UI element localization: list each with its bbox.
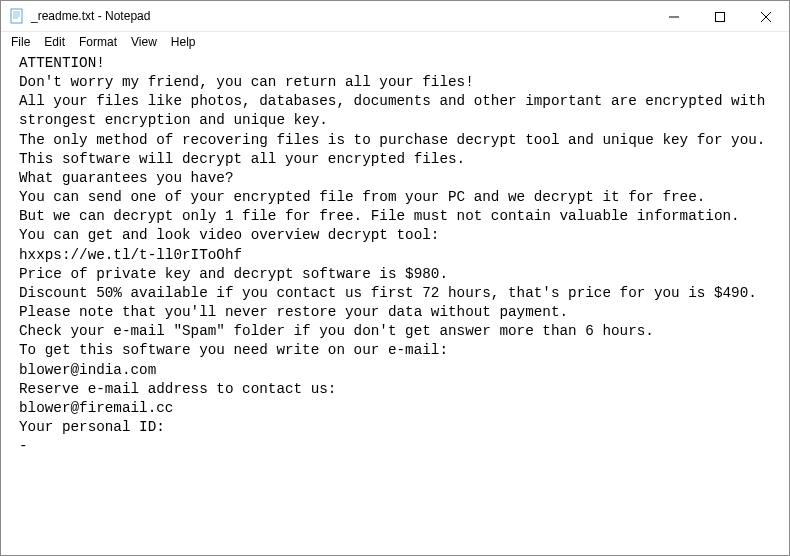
close-button[interactable]: [743, 1, 789, 32]
titlebar-left: _readme.txt - Notepad: [1, 8, 150, 24]
menu-file[interactable]: File: [5, 34, 36, 50]
window-title: _readme.txt - Notepad: [31, 9, 150, 23]
document-text[interactable]: ATTENTION! Don't worry my friend, you ca…: [15, 52, 779, 458]
menu-view[interactable]: View: [125, 34, 163, 50]
menu-help[interactable]: Help: [165, 34, 202, 50]
close-icon: [761, 12, 771, 22]
menu-edit[interactable]: Edit: [38, 34, 71, 50]
window-controls: [651, 1, 789, 31]
notepad-icon: [9, 8, 25, 24]
maximize-icon: [715, 12, 725, 22]
minimize-button[interactable]: [651, 1, 697, 32]
titlebar: _readme.txt - Notepad: [1, 1, 789, 32]
maximize-button[interactable]: [697, 1, 743, 32]
svg-rect-6: [716, 12, 725, 21]
menubar: File Edit Format View Help: [1, 32, 789, 52]
text-area[interactable]: ATTENTION! Don't worry my friend, you ca…: [1, 52, 789, 458]
minimize-icon: [669, 12, 679, 22]
menu-format[interactable]: Format: [73, 34, 123, 50]
